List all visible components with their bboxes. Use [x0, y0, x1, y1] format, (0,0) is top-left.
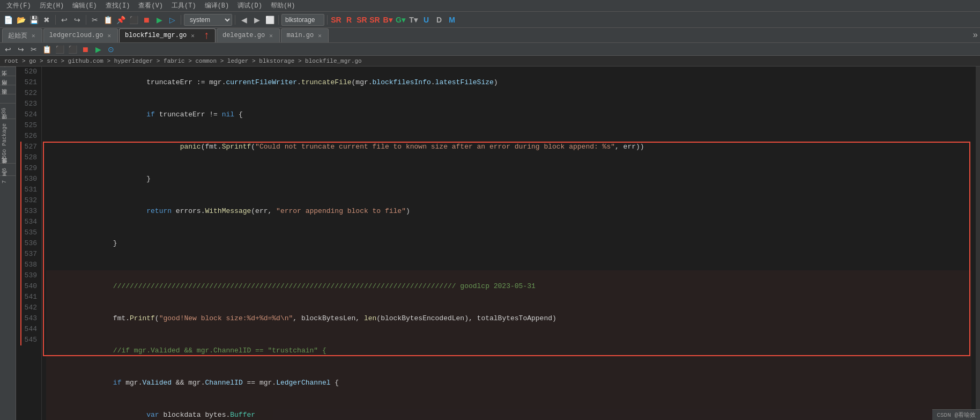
- code-line-526: [46, 260, 971, 270]
- menu-edit[interactable]: 编辑(E): [68, 1, 101, 10]
- sep4: [235, 15, 235, 25]
- linenum-526: 526: [20, 131, 37, 142]
- sec-copy-btn[interactable]: 📋: [41, 43, 53, 55]
- sec-undo-btn[interactable]: ↩: [2, 43, 14, 55]
- format-btn[interactable]: ⬛: [128, 14, 139, 26]
- linenum-536: 536: [20, 238, 37, 249]
- left-panel: 断点 文书 网络 图表 3G 5Go Package管理 6文件系统 7工具: [0, 67, 16, 420]
- menu-build[interactable]: 编译(B): [201, 1, 234, 10]
- cut-btn[interactable]: ✂: [89, 14, 101, 26]
- btn-d[interactable]: D: [433, 14, 445, 26]
- paste-btn[interactable]: 📌: [115, 14, 127, 26]
- btn-m[interactable]: M: [446, 14, 458, 26]
- tab-ledgercloud-label: ledgercloud.go: [49, 32, 103, 39]
- undo-btn[interactable]: ↩: [58, 14, 70, 26]
- scroll-indicator[interactable]: [976, 67, 980, 420]
- tab-main[interactable]: main.go ✕: [281, 28, 329, 42]
- tab-delegate-label: delegate.go: [222, 32, 265, 39]
- menu-debug[interactable]: 调试(D): [233, 1, 266, 10]
- tab-blockfile[interactable]: blockfile_mgr.go ✕ ↑: [119, 28, 216, 42]
- code-line-531: var blockdata bytes.Buffer: [46, 399, 971, 420]
- left-panel-charts[interactable]: 图表: [0, 94, 16, 103]
- menu-bar: 文件(F) 历史(H) 编辑(E) 查找(I) 查看(V) 工具(T) 编译(B…: [0, 0, 980, 12]
- menu-file[interactable]: 文件(F): [2, 1, 35, 10]
- sec-cut-btn[interactable]: ✂: [28, 43, 40, 55]
- linenum-539: 539: [20, 270, 37, 281]
- secondary-toolbar: ↩ ↪ ✂ 📋 ⬛ ⬛ ⏹ ▶ ⊙: [0, 43, 980, 56]
- copy-btn[interactable]: 📋: [102, 14, 114, 26]
- code-line-523: }: [46, 163, 971, 195]
- config-dropdown[interactable]: system: [184, 14, 232, 26]
- btn-r[interactable]: R: [343, 14, 355, 26]
- linenum-535: 535: [20, 227, 37, 238]
- tabs-scroll-right[interactable]: »: [972, 31, 978, 40]
- right-sidebar: [976, 67, 980, 420]
- btn-sr2[interactable]: SR: [356, 14, 368, 26]
- left-panel-filesystem[interactable]: 6文件系统: [0, 163, 16, 175]
- linenum-543: 543: [20, 313, 37, 324]
- tab-home-close[interactable]: ✕: [31, 32, 36, 39]
- tab-ledgercloud-close[interactable]: ✕: [106, 32, 112, 39]
- breadcrumb-text: root > go > src > github.com > hyperledg…: [4, 58, 362, 64]
- left-panel-3g[interactable]: 3G: [0, 103, 16, 119]
- sec-stop-btn[interactable]: ⏹: [79, 43, 91, 55]
- new-file-btn[interactable]: 📄: [2, 14, 14, 26]
- linenum-541: 541: [20, 292, 37, 303]
- bookmark-btn[interactable]: ⬜: [264, 14, 276, 26]
- linenum-527: 527: [20, 142, 37, 152]
- tab-blockfile-close[interactable]: ✕: [190, 32, 196, 39]
- btn-t[interactable]: T▾: [407, 14, 419, 26]
- debug-run-btn[interactable]: ▷: [166, 14, 178, 26]
- menu-view[interactable]: 查看(V): [134, 1, 167, 10]
- code-content[interactable]: truncateErr := mgr.currentFileWriter.tru…: [42, 67, 976, 420]
- btn-sr[interactable]: SR: [330, 14, 342, 26]
- linenum-538: 538: [20, 260, 37, 270]
- tab-home[interactable]: 起始页 ✕: [2, 28, 42, 42]
- code-line-527: ////////////////////////////////////////…: [46, 270, 971, 303]
- csdn-label: CSDN @看喻效: [937, 412, 976, 418]
- linenum-529: 529: [20, 163, 37, 174]
- btn-b[interactable]: B▾: [382, 14, 394, 26]
- open-btn[interactable]: 📂: [15, 14, 27, 26]
- btn-g[interactable]: G▾: [395, 14, 406, 26]
- code-area: 520 521 522 523 524 525 526 527 528 529 …: [16, 67, 976, 420]
- menu-find[interactable]: 查找(I): [101, 1, 135, 10]
- left-panel-tools[interactable]: 7工具: [0, 175, 16, 188]
- linenum-528: 528: [20, 152, 37, 163]
- linenum-523: 523: [20, 99, 37, 109]
- run-btn[interactable]: ▶: [153, 14, 165, 26]
- linenum-530: 530: [20, 174, 37, 185]
- menu-tools[interactable]: 工具(T): [167, 1, 201, 10]
- btn-u[interactable]: U: [420, 14, 432, 26]
- stop-btn[interactable]: ⏹: [140, 14, 152, 26]
- tab-delegate[interactable]: delegate.go ✕: [217, 28, 280, 42]
- red-arrow-icon: ↑: [203, 30, 210, 42]
- left-panel-5go[interactable]: 5Go Package管理: [0, 119, 16, 163]
- sep2: [86, 15, 86, 25]
- tab-delegate-close[interactable]: ✕: [268, 32, 274, 39]
- save-btn[interactable]: 💾: [28, 14, 40, 26]
- breadcrumb-bar: root > go > src > github.com > hyperledg…: [0, 56, 980, 67]
- close-btn[interactable]: ✖: [41, 14, 53, 26]
- sec-paste1-btn[interactable]: ⬛: [54, 43, 65, 55]
- blkstorage-input[interactable]: [281, 14, 324, 26]
- tab-main-close[interactable]: ✕: [317, 32, 323, 39]
- menu-help[interactable]: 帮助(H): [266, 1, 300, 10]
- sec-redo-btn[interactable]: ↪: [15, 43, 27, 55]
- left-panel-breakpoints[interactable]: 断点: [0, 67, 16, 76]
- btn-sr3[interactable]: SR: [369, 14, 381, 26]
- left-panel-docs[interactable]: 文书: [0, 76, 16, 85]
- sec-debug-btn[interactable]: ⊙: [105, 43, 117, 55]
- tab-ledgercloud[interactable]: ledgercloud.go ✕: [43, 28, 118, 42]
- forward-btn[interactable]: ▶: [251, 14, 263, 26]
- redo-btn[interactable]: ↪: [71, 14, 83, 26]
- sec-paste2-btn[interactable]: ⬛: [66, 43, 78, 55]
- linenum-545: 545: [20, 335, 37, 345]
- menu-history[interactable]: 历史(H): [35, 1, 69, 10]
- linenum-533: 533: [20, 206, 37, 217]
- left-panel-network[interactable]: 网络: [0, 85, 16, 94]
- sec-run-btn[interactable]: ▶: [92, 43, 104, 55]
- back-btn[interactable]: ◀: [238, 14, 250, 26]
- code-line-520: truncateErr := mgr.currentFileWriter.tru…: [46, 67, 971, 99]
- linenum-534: 534: [20, 217, 37, 227]
